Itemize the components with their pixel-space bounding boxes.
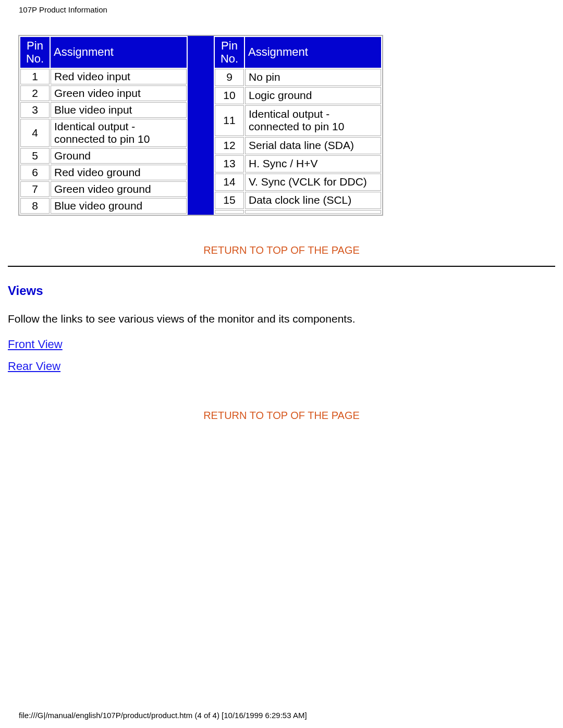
table-row: 12Serial data line (SDA) — [215, 137, 381, 154]
pin-no-cell: 7 — [20, 181, 50, 197]
assignment-cell: Blue video ground — [51, 198, 187, 214]
assignment-cell: Identical output - connected to pin 10 — [245, 105, 381, 136]
assignment-cell: Red video input — [51, 69, 187, 84]
pin-no-cell: 10 — [215, 87, 244, 104]
table-row: 9No pin — [215, 69, 381, 86]
main-content: Pin No. Assignment 1Red video input 2Gre… — [0, 35, 563, 422]
pin-no-cell: 2 — [20, 85, 50, 101]
pin-tables-container: Pin No. Assignment 1Red video input 2Gre… — [18, 35, 383, 216]
assignment-cell: Logic ground — [245, 87, 381, 104]
table-row: 5Ground — [20, 148, 187, 164]
table-row: 4Identical output - connected to pin 10 — [20, 119, 187, 147]
table-row: 10Logic ground — [215, 87, 381, 104]
front-view-link[interactable]: Front View — [8, 338, 555, 351]
pin-no-cell: 13 — [215, 155, 244, 172]
assignment-cell: H. Sync / H+V — [245, 155, 381, 172]
table-spacer — [188, 36, 214, 215]
pin-no-cell — [215, 210, 244, 214]
table-row: 1Red video input — [20, 69, 187, 84]
return-top-link-container-2: RETURN TO TOP OF THE PAGE — [8, 410, 555, 422]
views-section-title: Views — [8, 283, 555, 298]
table-row: 11Identical output - connected to pin 10 — [215, 105, 381, 136]
assignment-cell: No pin — [245, 69, 381, 86]
pin-no-cell: 15 — [215, 192, 244, 209]
table-row: 8Blue video ground — [20, 198, 187, 214]
assignment-cell — [245, 210, 381, 214]
table-row: 2Green video input — [20, 85, 187, 101]
pin-no-cell: 9 — [215, 69, 244, 86]
header-pin-no: Pin No. — [215, 37, 244, 68]
pin-no-cell: 6 — [20, 165, 50, 180]
pin-no-cell: 1 — [20, 69, 50, 84]
header-assignment: Assignment — [51, 37, 187, 68]
pin-no-cell: 8 — [20, 198, 50, 214]
table-row: 13H. Sync / H+V — [215, 155, 381, 172]
assignment-cell: Data clock line (SCL) — [245, 192, 381, 209]
pin-table-right: Pin No. Assignment 9No pin 10Logic groun… — [214, 36, 382, 215]
table-row: 15Data clock line (SCL) — [215, 192, 381, 209]
rear-view-link[interactable]: Rear View — [8, 360, 555, 373]
pin-no-cell: 11 — [215, 105, 244, 136]
pin-no-cell: 12 — [215, 137, 244, 154]
table-row — [215, 210, 381, 214]
pin-no-cell: 3 — [20, 102, 50, 118]
table-row: 14V. Sync (VCLK for DDC) — [215, 174, 381, 191]
pin-table-left: Pin No. Assignment 1Red video input 2Gre… — [19, 36, 188, 215]
assignment-cell: Identical output - connected to pin 10 — [51, 119, 187, 147]
page-header-title: 107P Product Information — [0, 0, 563, 14]
pin-no-cell: 5 — [20, 148, 50, 164]
assignment-cell: Red video ground — [51, 165, 187, 180]
table-row: 3Blue video input — [20, 102, 187, 118]
return-top-link[interactable]: RETURN TO TOP OF THE PAGE — [203, 410, 360, 421]
assignment-cell: V. Sync (VCLK for DDC) — [245, 174, 381, 191]
section-divider — [8, 266, 555, 267]
return-top-link-container: RETURN TO TOP OF THE PAGE — [8, 244, 555, 256]
header-assignment: Assignment — [245, 37, 381, 68]
assignment-cell: Serial data line (SDA) — [245, 137, 381, 154]
assignment-cell: Ground — [51, 148, 187, 164]
pin-no-cell: 14 — [215, 174, 244, 191]
table-row: 7Green video ground — [20, 181, 187, 197]
table-row: 6Red video ground — [20, 165, 187, 180]
assignment-cell: Blue video input — [51, 102, 187, 118]
return-top-link[interactable]: RETURN TO TOP OF THE PAGE — [203, 244, 360, 256]
assignment-cell: Green video ground — [51, 181, 187, 197]
assignment-cell: Green video input — [51, 85, 187, 101]
footer-path: file:///G|/manual/english/107P/product/p… — [19, 711, 307, 720]
header-pin-no: Pin No. — [20, 37, 50, 68]
pin-no-cell: 4 — [20, 119, 50, 147]
views-section-text: Follow the links to see various views of… — [8, 313, 555, 325]
